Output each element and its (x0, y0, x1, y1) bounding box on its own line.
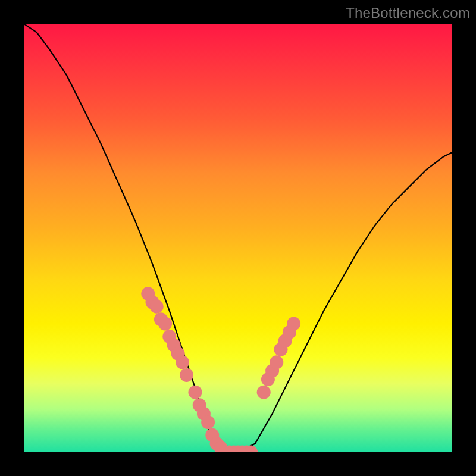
data-marker (287, 317, 300, 331)
data-marker (189, 386, 202, 399)
data-marker (236, 446, 249, 453)
plot-area (24, 24, 452, 452)
marker-group (141, 287, 300, 452)
data-marker (141, 287, 155, 300)
data-marker (244, 446, 258, 453)
data-marker (150, 300, 164, 314)
data-marker (210, 437, 224, 450)
data-marker (257, 386, 271, 399)
data-marker (171, 347, 185, 361)
data-marker (274, 343, 288, 356)
data-marker (193, 398, 206, 412)
data-marker (176, 355, 189, 369)
bottleneck-chart: TheBottleneck.com (0, 0, 476, 476)
data-marker (197, 407, 211, 421)
data-marker (218, 446, 232, 453)
data-marker (146, 296, 159, 309)
data-marker (180, 368, 193, 382)
data-marker (270, 355, 283, 369)
bottleneck-curve (24, 24, 452, 452)
data-marker (205, 428, 219, 442)
data-marker (231, 446, 245, 453)
data-marker (162, 330, 176, 343)
data-marker (167, 339, 181, 352)
data-marker (227, 446, 240, 453)
data-marker (201, 415, 215, 429)
data-marker (265, 364, 279, 378)
watermark-text: TheBottleneck.com (346, 5, 470, 21)
data-marker (154, 312, 168, 326)
data-marker (223, 446, 236, 453)
data-marker (240, 446, 253, 453)
curve-layer (24, 24, 452, 452)
data-marker (261, 372, 275, 386)
data-marker (158, 317, 172, 331)
data-marker (214, 441, 228, 452)
data-marker (283, 325, 296, 339)
data-marker (278, 334, 292, 347)
